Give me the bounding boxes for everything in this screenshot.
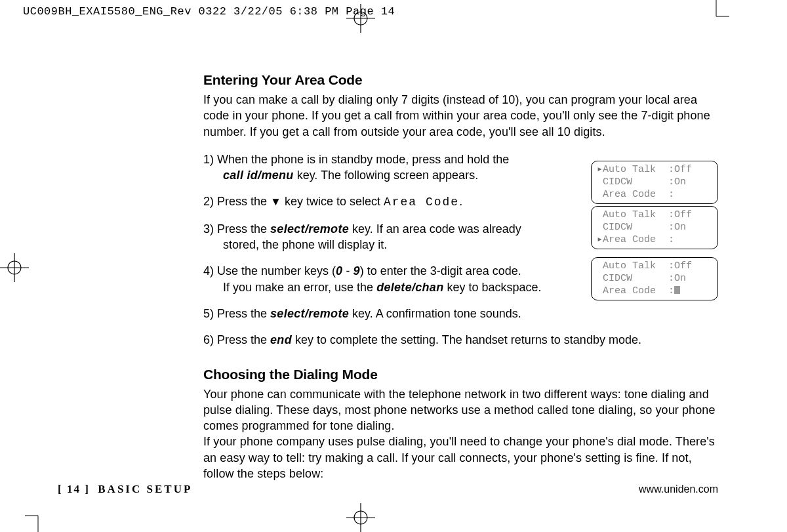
lcd-screen-1: ▸Auto Talk:Off CIDCW:On Area Code: — [591, 161, 718, 204]
key-call-id-menu: call id/menu — [223, 169, 294, 182]
lcd-label: Auto Talk — [603, 164, 668, 176]
footer-url: www.uniden.com — [639, 483, 718, 495]
menu-item-area-code: Area Code — [384, 195, 459, 209]
lcd-label: Area Code — [603, 234, 668, 247]
step-3: 3) Press the select/remote key. If an ar… — [203, 221, 626, 253]
key-select-remote: select/remote — [270, 307, 349, 320]
content-area: ▸Auto Talk:Off CIDCW:On Area Code: Auto … — [203, 72, 718, 481]
intro-paragraph: If you can make a call by dialing only 7… — [203, 92, 718, 140]
step-6: 6) Press the end key to complete the set… — [203, 332, 718, 348]
page-number: [ 14 ] — [58, 483, 90, 495]
registration-mark-left — [0, 253, 29, 282]
key-select-remote: select/remote — [270, 222, 349, 235]
manual-page: UC009BH_EXAI5580_ENG_Rev 0322 3/22/05 6:… — [0, 0, 787, 532]
crop-mark-bl — [25, 506, 51, 532]
dialing-mode-paragraph-1: Your phone can communicate with the tele… — [203, 386, 718, 434]
lcd-value: :On — [668, 273, 712, 285]
lcd-label: CIDCW — [603, 176, 668, 189]
lcd-value: :Off — [668, 260, 712, 273]
crop-mark-tr — [703, 0, 729, 26]
lcd-value: :Off — [668, 164, 712, 176]
lcd-value: :On — [668, 222, 712, 234]
lcd-label: CIDCW — [603, 222, 668, 234]
registration-mark-bottom — [346, 503, 375, 532]
lcd-value: : — [668, 189, 712, 201]
lcd-screen-3: Auto Talk:Off CIDCW:On Area Code: — [591, 257, 718, 300]
pointer-icon: ▸ — [597, 164, 603, 176]
lcd-screen-2: Auto Talk:Off CIDCW:On ▸Area Code: — [591, 206, 718, 249]
section-heading-dialing-mode: Choosing the Dialing Mode — [203, 367, 718, 382]
key-delete-chan: delete/chan — [376, 281, 443, 294]
dialing-mode-paragraph-2: If your phone company uses pulse dialing… — [203, 434, 718, 481]
page-footer: [ 14 ] BASIC SETUP www.uniden.com — [0, 483, 787, 496]
lcd-label: Area Code — [603, 189, 668, 201]
down-arrow-icon: ▼ — [270, 195, 281, 208]
lcd-value: : — [668, 285, 712, 298]
key-9: 9 — [353, 264, 359, 277]
lcd-value: :Off — [668, 209, 712, 222]
section-heading-area-code: Entering Your Area Code — [203, 72, 718, 88]
step-5: 5) Press the select/remote key. A confir… — [203, 306, 718, 321]
registration-mark-top — [346, 4, 375, 33]
step-1: 1) When the phone is in standby mode, pr… — [203, 152, 626, 184]
lcd-label: Auto Talk — [603, 209, 668, 222]
lcd-label: Area Code — [603, 285, 668, 298]
step-2: 2) Press the ▼ key twice to select Area … — [203, 194, 626, 210]
pointer-icon: ▸ — [597, 234, 603, 247]
lcd-value: : — [668, 234, 712, 247]
cursor-icon — [674, 286, 680, 294]
lcd-label: Auto Talk — [603, 260, 668, 273]
key-end: end — [270, 333, 292, 346]
lcd-value: :On — [668, 176, 712, 189]
key-0: 0 — [336, 264, 342, 277]
footer-section: BASIC SETUP — [98, 483, 192, 495]
step-4: 4) Use the number keys (0 - 9) to enter … — [203, 263, 626, 295]
lcd-label: CIDCW — [603, 273, 668, 285]
print-slug: UC009BH_EXAI5580_ENG_Rev 0322 3/22/05 6:… — [23, 5, 395, 18]
